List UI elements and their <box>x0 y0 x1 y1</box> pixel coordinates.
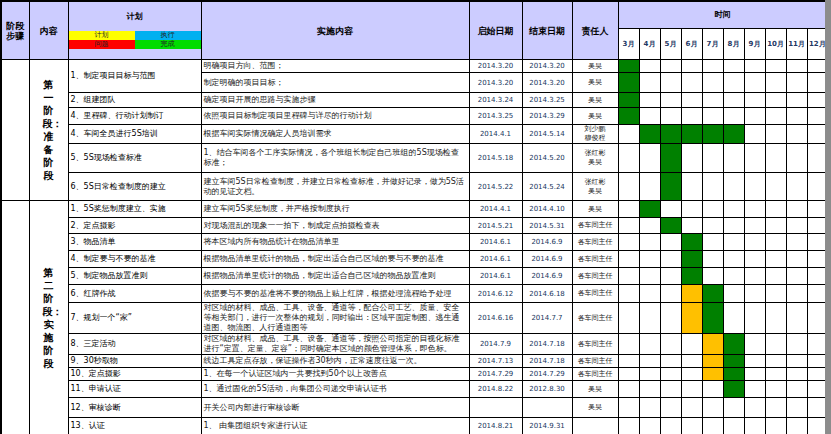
gantt-cell[interactable] <box>618 251 639 268</box>
start-date-cell[interactable]: 2014.6.16 <box>469 303 522 334</box>
end-date-cell[interactable]: 2014.5.14 <box>522 125 572 144</box>
end-date-cell[interactable]: 2014.5.20 <box>522 144 572 173</box>
gantt-cell[interactable] <box>744 251 765 268</box>
owner-cell[interactable]: 吴昊 <box>572 398 618 418</box>
gantt-cell[interactable] <box>660 60 681 73</box>
start-date-cell[interactable]: 2014.3.20 <box>469 60 522 73</box>
start-date-cell[interactable]: 2014.7.13 <box>469 355 522 368</box>
header-end-date[interactable]: 结束日期 <box>522 1 572 60</box>
gantt-cell[interactable] <box>786 285 807 303</box>
gantt-cell[interactable] <box>660 418 681 434</box>
gantt-cell[interactable] <box>786 355 807 368</box>
gantt-cell[interactable] <box>786 268 807 285</box>
gantt-cell[interactable] <box>744 268 765 285</box>
gantt-cell[interactable] <box>702 251 723 268</box>
gantt-cell[interactable] <box>765 173 786 201</box>
gantt-cell[interactable] <box>639 125 660 144</box>
gantt-cell[interactable] <box>786 108 807 125</box>
task-name-cell[interactable]: 1、制定项目目标与范围 <box>68 60 201 93</box>
gantt-cell[interactable] <box>639 234 660 251</box>
end-date-cell[interactable]: 2014.5.31 <box>522 218 572 234</box>
gantt-cell[interactable] <box>660 368 681 381</box>
gantt-cell[interactable] <box>744 201 765 218</box>
gantt-cell[interactable] <box>744 368 765 381</box>
gantt-cell[interactable] <box>786 398 807 418</box>
gantt-cell[interactable] <box>618 108 639 125</box>
gantt-cell[interactable] <box>681 60 702 73</box>
gantt-cell[interactable] <box>660 125 681 144</box>
gantt-cell[interactable] <box>786 93 807 108</box>
gantt-cell[interactable] <box>681 381 702 398</box>
gantt-cell[interactable] <box>744 93 765 108</box>
gantt-cell[interactable] <box>639 268 660 285</box>
gantt-cell[interactable] <box>639 60 660 73</box>
gantt-cell[interactable] <box>660 73 681 93</box>
task-desc-cell[interactable]: 建立车间5S日常检查制度，并建立日常检查标准，并做好记录，做为5S活动的见证文档… <box>201 173 469 201</box>
gantt-cell[interactable] <box>765 418 786 434</box>
gantt-cell[interactable] <box>681 125 702 144</box>
task-desc-cell[interactable]: 将本区域内所有物品统计在物品清单里 <box>201 234 469 251</box>
end-date-cell[interactable]: 2014.6.9 <box>522 234 572 251</box>
gantt-cell[interactable] <box>786 381 807 398</box>
gantt-cell[interactable] <box>618 303 639 334</box>
gantt-cell[interactable] <box>723 251 744 268</box>
gantt-cell[interactable] <box>786 418 807 434</box>
task-name-cell[interactable]: 4、制定要与不要的基准 <box>68 251 201 268</box>
gantt-cell[interactable] <box>786 334 807 355</box>
gantt-cell[interactable] <box>723 334 744 355</box>
gantt-cell[interactable] <box>723 268 744 285</box>
gantt-cell[interactable] <box>702 285 723 303</box>
task-name-cell[interactable]: 7、规划一个“家” <box>68 303 201 334</box>
task-desc-cell[interactable]: 1、 由集团组织专家进行认证 <box>201 418 469 434</box>
gantt-cell[interactable] <box>618 381 639 398</box>
task-name-cell[interactable]: 6、5S日常检查制度的建立 <box>68 173 201 201</box>
owner-cell[interactable]: 吴昊 <box>572 381 618 398</box>
gantt-cell[interactable] <box>723 201 744 218</box>
start-date-cell[interactable]: 2014.3.24 <box>469 93 522 108</box>
gantt-cell[interactable] <box>765 201 786 218</box>
start-date-cell[interactable]: 2014.8.22 <box>469 381 522 398</box>
gantt-cell[interactable] <box>765 218 786 234</box>
end-date-cell[interactable]: 2014.7.18 <box>522 355 572 368</box>
gantt-cell[interactable] <box>744 381 765 398</box>
gantt-cell[interactable] <box>723 108 744 125</box>
gantt-cell[interactable] <box>723 125 744 144</box>
gantt-cell[interactable] <box>681 108 702 125</box>
task-name-cell[interactable]: 5、5S现场检查标准 <box>68 144 201 173</box>
gantt-cell[interactable] <box>744 173 765 201</box>
gantt-cell[interactable] <box>702 268 723 285</box>
end-date-cell[interactable]: 2014.6.9 <box>522 251 572 268</box>
task-desc-cell[interactable]: 根据物品清单里统计的物品，制定出适合自己区域的要与不要的基准 <box>201 251 469 268</box>
gantt-cell[interactable] <box>723 398 744 418</box>
task-name-cell[interactable]: 2、组建团队 <box>68 93 201 108</box>
gantt-cell[interactable] <box>639 93 660 108</box>
gantt-cell[interactable] <box>765 398 786 418</box>
gantt-cell[interactable] <box>660 251 681 268</box>
gantt-cell[interactable] <box>639 218 660 234</box>
gantt-cell[interactable] <box>681 218 702 234</box>
gantt-cell[interactable] <box>618 144 639 173</box>
task-name-cell[interactable]: 13、认证 <box>68 418 201 434</box>
gantt-cell[interactable] <box>786 73 807 93</box>
gantt-cell[interactable] <box>744 355 765 368</box>
gantt-cell[interactable] <box>660 303 681 334</box>
owner-cell[interactable]: 吴昊 <box>572 73 618 93</box>
header-time[interactable]: 时间 <box>618 1 828 28</box>
gantt-cell[interactable] <box>618 201 639 218</box>
gantt-cell[interactable] <box>618 73 639 93</box>
gantt-cell[interactable] <box>660 334 681 355</box>
gantt-cell[interactable] <box>681 398 702 418</box>
gantt-cell[interactable] <box>639 334 660 355</box>
task-desc-cell[interactable]: 对现场混乱的现象一一拍下，制成定点拍摄检查表 <box>201 218 469 234</box>
task-desc-cell[interactable]: 1、在每一个认证区域内一共要找到50个以上改善点 <box>201 368 469 381</box>
gantt-cell[interactable] <box>744 218 765 234</box>
task-name-cell[interactable]: 10、定点摄影 <box>68 368 201 381</box>
task-name-cell[interactable]: 3、物品清单 <box>68 234 201 251</box>
gantt-cell[interactable] <box>786 218 807 234</box>
gantt-cell[interactable] <box>660 234 681 251</box>
gantt-cell[interactable] <box>618 268 639 285</box>
end-date-cell[interactable]: 2014.3.25 <box>522 93 572 108</box>
gantt-cell[interactable] <box>618 355 639 368</box>
owner-cell[interactable]: 吴昊 <box>572 93 618 108</box>
owner-cell[interactable]: 各车间主任 <box>572 251 618 268</box>
